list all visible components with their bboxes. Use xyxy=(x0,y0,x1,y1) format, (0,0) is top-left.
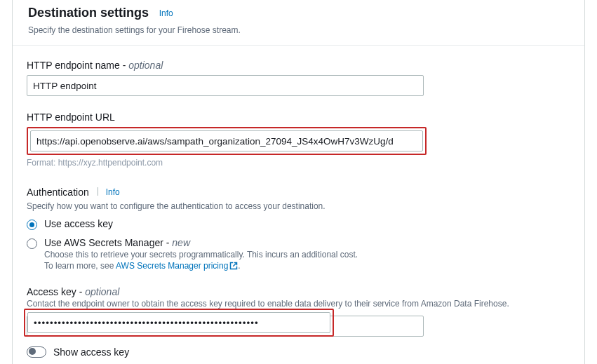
secrets-desc-line2: To learn more, see AWS Secrets Manager p… xyxy=(44,261,358,272)
access-key-input[interactable] xyxy=(27,312,330,333)
endpoint-url-input[interactable] xyxy=(30,130,423,151)
access-key-description: Contact the endpoint owner to obtain the… xyxy=(27,299,570,309)
show-access-key-toggle[interactable] xyxy=(27,346,46,358)
secrets-desc-line1: Choose this to retrieve your secrets pro… xyxy=(44,250,358,259)
show-access-key-label: Show access key xyxy=(53,346,129,358)
endpoint-name-input[interactable] xyxy=(27,75,424,96)
secrets-pricing-link[interactable]: AWS Secrets Manager pricing xyxy=(116,261,238,271)
separator xyxy=(98,187,98,196)
radio-use-secrets-manager-label: Use AWS Secrets Manager - new xyxy=(44,237,358,248)
section-title: Destination settings xyxy=(28,3,149,20)
endpoint-url-label: HTTP endpoint URL xyxy=(27,112,570,123)
radio-use-access-key[interactable] xyxy=(27,220,37,230)
endpoint-name-label: HTTP endpoint name - optional xyxy=(27,60,570,71)
external-link-icon xyxy=(229,262,238,272)
auth-description: Specify how you want to configure the au… xyxy=(27,201,570,211)
radio-use-secrets-manager[interactable] xyxy=(27,238,37,249)
info-link-destination[interactable]: Info xyxy=(159,8,173,18)
endpoint-url-helper: Format: https://xyz.httpendpoint.com xyxy=(27,158,570,168)
radio-use-access-key-label: Use access key xyxy=(44,218,113,229)
info-link-auth[interactable]: Info xyxy=(106,187,120,197)
section-description: Specify the destination settings for you… xyxy=(28,25,570,35)
access-key-label: Access key - optional xyxy=(27,286,570,297)
auth-title: Authentication xyxy=(27,187,89,198)
